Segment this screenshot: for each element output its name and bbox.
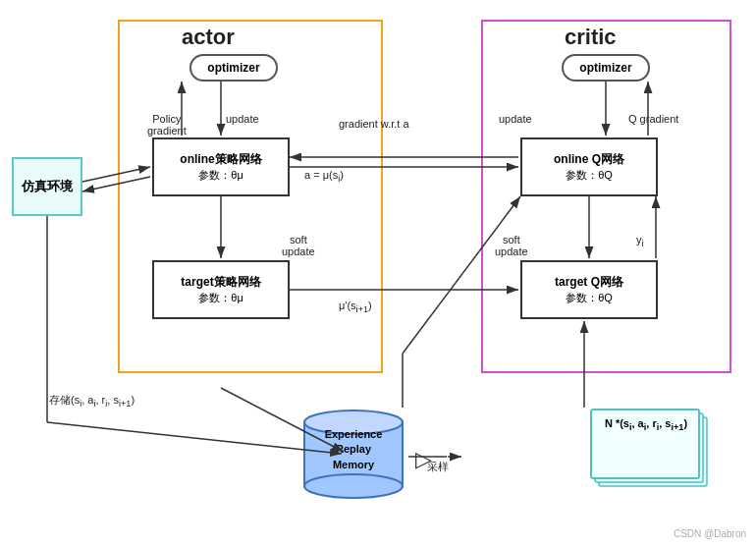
q-gradient-label: Q gradient [628, 113, 678, 125]
actor-soft-update-label: softupdate [282, 234, 315, 257]
sim-box: 仿真环境 [12, 157, 82, 216]
critic-label: critic [565, 25, 617, 50]
critic-optimizer: optimizer [562, 54, 650, 82]
gradient-wrt-a-label: gradient w.r.t a [339, 118, 409, 130]
actor-optimizer: optimizer [189, 54, 278, 82]
svg-point-2 [304, 474, 403, 498]
mu-prime-label: μ'(si+1) [339, 300, 372, 314]
watermark: CSDN @Dabron [674, 528, 746, 539]
critic-update-label: update [499, 113, 532, 125]
target-critic-net: target Q网络 参数：θQ [520, 260, 658, 319]
experience-replay: ExperienceReplayMemory [299, 408, 407, 509]
svg-line-22 [47, 422, 342, 454]
actor-update-label: update [226, 113, 259, 125]
sample-box: N *(si, ai, ri, si+1) [589, 408, 707, 496]
a-eq-label: a = μ(si) [304, 169, 344, 184]
critic-soft-update-label: softupdate [495, 234, 528, 257]
target-actor-net: target策略网络 参数：θμ [152, 260, 290, 319]
online-actor-net: online策略网络 参数：θμ [152, 137, 290, 196]
actor-label: actor [182, 25, 235, 50]
policy-gradient-label: Policygradient [147, 113, 187, 137]
yi-label: yi [636, 234, 644, 248]
store-label: 存储(si, ai, ri, si+1) [49, 393, 135, 409]
online-critic-net: online Q网络 参数：θQ [520, 137, 658, 196]
play-icon: ▷ [415, 447, 432, 472]
